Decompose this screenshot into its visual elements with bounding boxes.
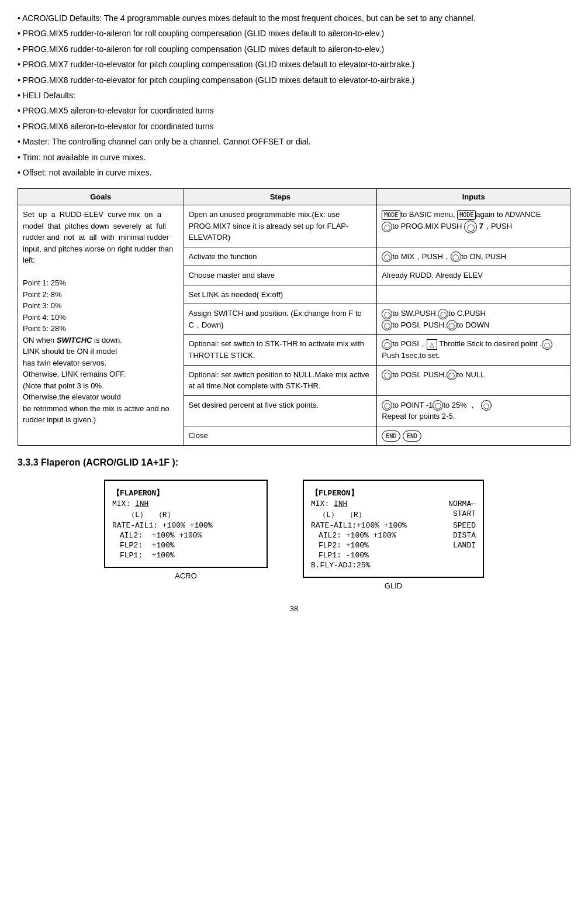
input-3: Already RUDD. Already ELEV bbox=[377, 266, 570, 285]
table-header-inputs: Inputs bbox=[377, 189, 570, 205]
bullet-4: • PROG.MIX8 rudder-to-elevator for pitch… bbox=[18, 74, 570, 87]
input-8: ◯to POINT -1◯to 25% ， ◯ Repeat for point… bbox=[377, 395, 570, 426]
step-6: Optional: set switch to STK-THR to activ… bbox=[184, 335, 377, 365]
glid-row-6: B.FLY-ADJ:25% bbox=[311, 561, 476, 570]
bullet-0: • ACRO/GLID Defaults: The 4 programmable… bbox=[18, 12, 570, 25]
glid-row-2: RATE-AIL1:+100% +100% SPEED bbox=[311, 521, 476, 530]
step-9: Close bbox=[184, 426, 377, 445]
bullet-3: • PROG.MIX7 rudder-to-elevator for pitch… bbox=[18, 58, 570, 71]
input-7: ◯to POSI, PUSH,◯to NULL bbox=[377, 365, 570, 395]
glid-row-0: MIX: INH NORMA← bbox=[311, 499, 476, 508]
acro-row-5: FLP1: +100% bbox=[112, 551, 260, 560]
bullet-2: • PROG.MIX6 rudder-to-aileron for roll c… bbox=[18, 43, 570, 56]
section-title: 3.3.3 Flaperon (ACRO/GLID 1A+1F ): bbox=[18, 457, 570, 468]
acro-row-0: MIX: INH bbox=[112, 499, 260, 508]
acro-row-3: AIL2: +100% +100% bbox=[112, 531, 260, 540]
bullet-list: • ACRO/GLID Defaults: The 4 programmable… bbox=[18, 12, 570, 179]
step-2: Activate the function bbox=[184, 247, 377, 266]
goals-cell: Set up a RUDD-ELEV curve mix on a model … bbox=[18, 205, 184, 445]
input-5: ◯to SW.PUSH.◯to C,PUSH ◯to POSI, PUSH.◯t… bbox=[377, 304, 570, 335]
bullet-1: • PROG.MIX5 rudder-to-aileron for roll c… bbox=[18, 27, 570, 40]
bullet-9: • Trim: not available in curve mixes. bbox=[18, 151, 570, 164]
input-9: END END bbox=[377, 426, 570, 445]
page-number: 38 bbox=[18, 604, 570, 613]
table-header-goals: Goals bbox=[18, 189, 184, 205]
glid-title: 【FLPERON】 bbox=[311, 488, 476, 498]
acro-screen: 【FLAPERON】 MIX: INH （L） （R） RATE-AIL1: +… bbox=[104, 480, 268, 568]
bullet-7: • PROG.MIX6 aileron-to-elevator for coor… bbox=[18, 120, 570, 133]
table-row: Set up a RUDD-ELEV curve mix on a model … bbox=[18, 205, 570, 247]
glid-row-5: FLP1: -100% bbox=[311, 551, 476, 560]
step-7: Optional: set switch position to NULL.Ma… bbox=[184, 365, 377, 395]
acro-row-4: FLP2: +100% bbox=[112, 541, 260, 550]
glid-screen: 【FLPERON】 MIX: INH NORMA← （L） （R） START … bbox=[303, 480, 484, 578]
input-6: ◯to POSI，△ Throttle Stick to desired poi… bbox=[377, 335, 570, 365]
step-3: Choose master and slave bbox=[184, 266, 377, 285]
step-1: Open an unused programmable mix.(Ex: use… bbox=[184, 205, 377, 247]
bullet-6: • PROG.MIX5 aileron-to-elevator for coor… bbox=[18, 104, 570, 117]
step-4: Set LINK as needed( Ex:off) bbox=[184, 285, 377, 304]
glid-row-4: FLP2: +100% LANDI bbox=[311, 541, 476, 550]
acro-row-1: （L） （R） bbox=[112, 509, 260, 520]
glid-screen-container: 【FLPERON】 MIX: INH NORMA← （L） （R） START … bbox=[303, 480, 484, 590]
step-8: Set desired percent at five stick points… bbox=[184, 395, 377, 426]
bullet-8: • Master: The controlling channel can on… bbox=[18, 135, 570, 148]
input-1: MODEto BASIC menu, MODEagain to ADVANCE … bbox=[377, 205, 570, 247]
acro-row-2: RATE-AIL1: +100% +100% bbox=[112, 521, 260, 530]
acro-title: 【FLAPERON】 bbox=[112, 488, 260, 498]
input-2: ◯to MIX，PUSH，◯to ON, PUSH bbox=[377, 247, 570, 266]
acro-label: ACRO bbox=[104, 571, 268, 580]
acro-screen-container: 【FLAPERON】 MIX: INH （L） （R） RATE-AIL1: +… bbox=[104, 480, 268, 590]
glid-label: GLID bbox=[303, 581, 484, 590]
glid-row-3: AIL2: +100% +100% DISTA bbox=[311, 531, 476, 540]
glid-row-1: （L） （R） START bbox=[311, 509, 476, 520]
input-4 bbox=[377, 285, 570, 304]
main-table: Goals Steps Inputs Set up a RUDD-ELEV cu… bbox=[18, 188, 570, 445]
bullet-10: • Offset: not available in curve mixes. bbox=[18, 166, 570, 179]
screens-row: 【FLAPERON】 MIX: INH （L） （R） RATE-AIL1: +… bbox=[18, 480, 570, 590]
bullet-5: • HELI Defaults: bbox=[18, 89, 570, 102]
table-header-steps: Steps bbox=[184, 189, 377, 205]
step-5: Assign SWITCH and position. (Ex:change f… bbox=[184, 304, 377, 335]
